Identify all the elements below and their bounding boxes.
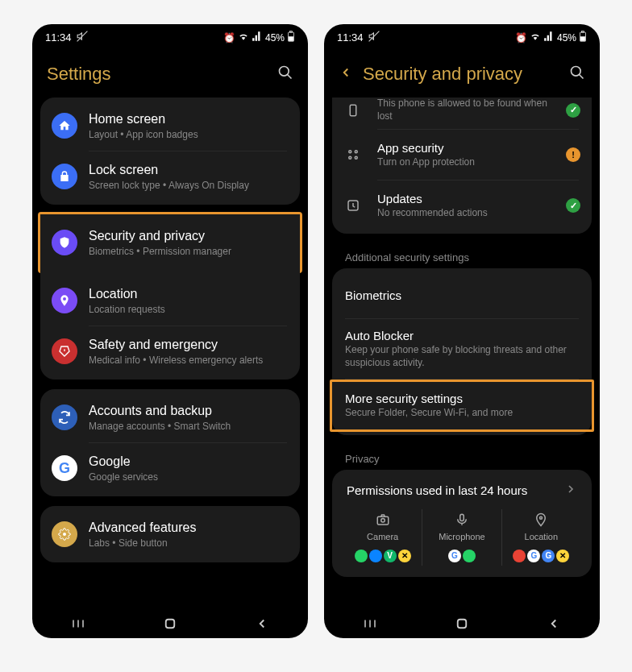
item-subtitle: Medical info • Wireless emergency alerts xyxy=(89,355,289,366)
status-time: 11:34 xyxy=(45,31,72,44)
app-icon xyxy=(355,550,368,562)
app-icon: G xyxy=(448,550,461,562)
settings-item-accounts-and-backup[interactable]: Accounts and backup Manage accounts • Sm… xyxy=(40,392,300,442)
svg-point-21 xyxy=(355,156,357,159)
item-subtitle: This phone is allowed to be found whenlo… xyxy=(377,97,566,122)
section-header-privacy: Privacy xyxy=(332,445,592,470)
item-lost-phone-partial[interactable]: This phone is allowed to be found whenlo… xyxy=(332,97,592,129)
settings-list[interactable]: Home screen Layout • App icon badges Loc… xyxy=(32,97,308,613)
app-icon xyxy=(369,550,382,562)
phone-screen-security: 11:34 ⏰ 45% Security and privacy This ph… xyxy=(324,24,600,638)
nav-bar xyxy=(324,609,600,638)
svg-point-18 xyxy=(349,151,351,153)
status-time: 11:34 xyxy=(337,31,364,44)
settings-item-location[interactable]: Location Location requests xyxy=(40,276,300,326)
permissions-card[interactable]: Permissions used in last 24 hours Camera… xyxy=(332,470,592,577)
apps-icon xyxy=(343,147,363,162)
app-icon: G xyxy=(527,550,540,562)
header: Settings xyxy=(32,48,308,97)
nav-home-button[interactable] xyxy=(454,616,470,632)
item-biometrics[interactable]: Biometrics xyxy=(332,272,592,318)
security-list[interactable]: This phone is allowed to be found whenlo… xyxy=(324,97,600,613)
page-title: Settings xyxy=(47,64,111,85)
section-header-additional: Additional security settings xyxy=(332,243,592,268)
updates-icon xyxy=(343,198,363,213)
item-subtitle: Screen lock type • Always On Display xyxy=(89,180,289,191)
nav-recent-button[interactable] xyxy=(362,616,378,632)
perm-label: Camera xyxy=(343,532,422,541)
home-icon xyxy=(52,113,77,139)
item-title: Lock screen xyxy=(89,162,289,179)
settings-item-lock-screen[interactable]: Lock screen Screen lock type • Always On… xyxy=(40,151,300,201)
perm-col-microphone[interactable]: Microphone G xyxy=(422,509,501,566)
alarm-icon: ⏰ xyxy=(223,32,235,44)
item-more-security-settings[interactable]: More security settings Secure Folder, Se… xyxy=(332,382,592,429)
settings-item-google[interactable]: G Google Google services xyxy=(40,443,300,493)
back-button[interactable] xyxy=(339,65,353,84)
svg-line-16 xyxy=(580,75,584,79)
item-subtitle: Biometrics • Permission manager xyxy=(89,246,289,257)
svg-point-26 xyxy=(540,516,543,519)
location-icon xyxy=(52,288,77,313)
search-button[interactable] xyxy=(277,64,293,84)
settings-item-advanced-features[interactable]: Advanced features Labs • Side button xyxy=(40,509,300,559)
status-ok-icon: ✓ xyxy=(566,103,580,118)
item-title: Advanced features xyxy=(89,520,289,537)
item-title: Biometrics xyxy=(345,288,579,302)
svg-rect-30 xyxy=(458,620,467,628)
google-icon: G xyxy=(52,455,77,481)
item-updates[interactable]: Updates No recommended actions ✓ xyxy=(332,180,592,230)
app-icon: ✕ xyxy=(556,550,569,562)
svg-point-20 xyxy=(349,156,351,159)
search-icon xyxy=(277,64,293,81)
svg-rect-2 xyxy=(290,31,293,32)
perm-col-camera[interactable]: Camera V✕ xyxy=(343,509,422,566)
svg-point-4 xyxy=(280,67,289,77)
search-button[interactable] xyxy=(569,64,585,84)
status-ok-icon: ✓ xyxy=(566,198,580,213)
svg-rect-25 xyxy=(460,514,464,521)
settings-item-safety-and-emergency[interactable]: Safety and emergency Medical info • Wire… xyxy=(40,326,300,376)
nav-recent-button[interactable] xyxy=(70,616,86,632)
signal-icon xyxy=(252,31,263,44)
svg-line-5 xyxy=(288,75,292,79)
emergency-icon xyxy=(52,338,77,364)
app-icon xyxy=(463,550,476,562)
mute-icon xyxy=(77,31,88,44)
perm-label: Location xyxy=(502,532,580,541)
battery-icon xyxy=(579,31,587,44)
svg-rect-13 xyxy=(582,31,584,32)
phone-icon xyxy=(343,103,363,118)
svg-rect-14 xyxy=(580,37,585,41)
item-subtitle: Google services xyxy=(89,471,289,483)
item-subtitle: Manage accounts • Smart Switch xyxy=(89,421,289,432)
camera-icon xyxy=(343,512,422,529)
lock-icon xyxy=(52,164,77,189)
item-subtitle: Keep your phone safe by blocking threats… xyxy=(345,344,579,369)
alarm-icon: ⏰ xyxy=(515,32,527,44)
chevron-right-icon xyxy=(564,483,577,498)
status-warn-icon: ! xyxy=(566,147,580,162)
battery-icon xyxy=(287,31,295,44)
wifi-icon xyxy=(238,31,249,44)
location-icon xyxy=(502,512,580,529)
app-icon: G xyxy=(542,550,555,562)
svg-rect-17 xyxy=(350,105,356,116)
item-subtitle: No recommended actions xyxy=(377,207,566,220)
item-app-security[interactable]: App security Turn on App protection ! xyxy=(332,130,592,180)
svg-point-15 xyxy=(572,67,581,77)
item-title: Safety and emergency xyxy=(89,337,289,354)
item-auto-blocker[interactable]: Auto Blocker Keep your phone safe by blo… xyxy=(332,319,592,379)
app-icon: V xyxy=(384,550,397,562)
settings-item-security-and-privacy[interactable]: Security and privacy Biometrics • Permis… xyxy=(40,218,300,268)
battery-percent: 45% xyxy=(557,32,576,44)
item-title: Auto Blocker xyxy=(345,329,579,342)
item-title: Security and privacy xyxy=(89,228,289,245)
settings-item-home-screen[interactable]: Home screen Layout • App icon badges xyxy=(40,101,300,151)
nav-back-button[interactable] xyxy=(546,616,562,632)
microphone-icon xyxy=(422,512,501,529)
perm-col-location[interactable]: Location GG✕ xyxy=(502,509,580,566)
nav-back-button[interactable] xyxy=(254,616,270,632)
sync-icon xyxy=(52,404,77,430)
nav-home-button[interactable] xyxy=(162,616,178,632)
